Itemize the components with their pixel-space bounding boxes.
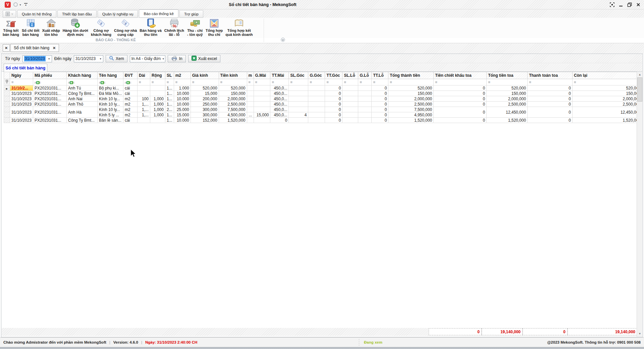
col-header-sl[interactable]: SL <box>165 72 174 79</box>
filter-cell-thanh_toan_toa[interactable] <box>528 79 573 85</box>
grid-cell-g_mai[interactable] <box>254 91 270 96</box>
filter-cell-sl[interactable] <box>165 79 174 85</box>
grid-cell-m2[interactable]: 15.000 <box>174 112 191 118</box>
grid-cell-thanh_toan_toa[interactable]: 0 <box>528 85 573 91</box>
col-header-tien_chiet_khau_toa[interactable]: Tiền chiết khấu toa <box>434 72 487 79</box>
col-header-tt_goc[interactable]: TT.Góc <box>325 72 342 79</box>
grid-cell-thanh_toan_toa[interactable]: 0 <box>528 96 573 102</box>
to-date-input[interactable]: 31/10/2023 <box>74 55 103 62</box>
grid-cell-g_mai[interactable] <box>254 107 270 112</box>
row-indicator[interactable] <box>4 85 10 91</box>
grid-cell-tong_thanh_tien[interactable]: 4,950,000 <box>388 112 434 118</box>
grid-cell-tt_lo[interactable]: 0 <box>372 112 388 118</box>
grid-cell-rong[interactable] <box>150 85 165 91</box>
ribbon-button[interactable]: Thu - chi- tồn quỹ <box>185 18 204 37</box>
grid-cell-tt_lo[interactable]: 0 <box>372 107 388 112</box>
grid-cell-m[interactable]: ... <box>247 112 254 118</box>
chevron-down-icon[interactable] <box>98 58 103 60</box>
grid-cell-g_lo[interactable] <box>358 91 372 96</box>
grid-cell-tien_kinh[interactable]: 2,000,000 <box>219 96 247 102</box>
col-header-dvt[interactable]: ĐVT <box>123 72 138 79</box>
grid-cell-rong[interactable]: 1,000 <box>150 102 165 107</box>
grid-cell-m[interactable] <box>247 85 254 91</box>
grid-cell-tt_mai[interactable]: 450,0... <box>270 85 289 91</box>
ribbon-button[interactable]: %Chênh lệchlãi - lỗ <box>163 18 185 37</box>
grid-cell-con_lai[interactable]: 2,500,000 <box>573 102 642 107</box>
grid-cell-ma_phieu[interactable]: PX20231031... <box>33 91 67 96</box>
grid-cell-m2[interactable]: 10.000 <box>174 118 191 123</box>
grid-cell-gia_kinh[interactable]: 520,000 <box>191 85 219 91</box>
grid-cell-dvt[interactable]: cái <box>123 91 138 96</box>
grid-cell-sl[interactable]: 1... <box>165 85 174 91</box>
scroll-up-icon[interactable] <box>637 72 642 77</box>
grid-cell-dai[interactable] <box>138 91 150 96</box>
grid-cell-ma_phieu[interactable]: PX20231031... <box>33 85 67 91</box>
grid-cell-sl_lo[interactable] <box>342 85 358 91</box>
grid-cell-tien_kinh[interactable]: 1,520,000 <box>219 118 247 123</box>
grid-cell-tt_lo[interactable]: 0 <box>372 96 388 102</box>
grid-cell-g_goc[interactable] <box>308 102 325 107</box>
grid-cell-ngay[interactable]: 31/10/2023 <box>10 102 33 107</box>
col-header-m[interactable]: m <box>247 72 254 79</box>
grid-cell-ten_hang[interactable]: Bản lề sàn... <box>98 118 123 123</box>
fullscreen-icon[interactable] <box>609 2 614 7</box>
grid-cell-dvt[interactable]: m2 <box>123 102 138 107</box>
filter-cell-con_lai[interactable] <box>573 79 642 85</box>
col-header-ma_phieu[interactable]: Mã phiếu <box>33 72 67 79</box>
grid-cell-sl[interactable]: 1... <box>165 96 174 102</box>
filter-cell-rong[interactable] <box>150 79 165 85</box>
grid-cell-sl_lo[interactable] <box>342 118 358 123</box>
from-date-input[interactable]: 31/10/2023 <box>22 55 52 62</box>
grid-cell-tong_thanh_tien[interactable]: 150,000 <box>388 91 434 96</box>
close-all-tabs-icon[interactable]: ✕ <box>3 44 10 52</box>
ribbon-tab[interactable]: Thiết lập ban đầu <box>57 10 97 18</box>
grid-cell-tt_lo[interactable]: 0 <box>372 118 388 123</box>
col-header-tong_thanh_tien[interactable]: Tổng thành tiền <box>388 72 434 79</box>
grid-cell-khach_hang[interactable]: Anh Nai <box>67 96 98 102</box>
grid-cell-thanh_toan_toa[interactable]: 0 <box>528 91 573 96</box>
filter-cell-ma_phieu[interactable]: aBc <box>33 79 67 85</box>
grid-cell-dvt[interactable]: cái <box>123 85 138 91</box>
grid-cell-ma_phieu[interactable]: PX20231031... <box>33 118 67 123</box>
ribbon-collapse-icon[interactable] <box>281 37 285 42</box>
grid-cell-tt_mai[interactable]: 450,0... <box>270 112 289 118</box>
grid-cell-g_mai[interactable] <box>254 102 270 107</box>
filter-cell-tt_mai[interactable] <box>270 79 289 85</box>
grid-cell-sl_lo[interactable] <box>342 96 358 102</box>
grid-cell-m2[interactable]: 10.000 <box>174 91 191 96</box>
grid-cell-ngay[interactable]: 31/10/2023 <box>10 91 33 96</box>
grid-cell-tien_chiet_khau_toa[interactable]: 0 <box>434 85 487 91</box>
grid-cell-ma_phieu[interactable]: PX20231031... <box>33 102 67 107</box>
grid-cell-tt_lo[interactable]: 0 <box>372 102 388 107</box>
scrollbar-thumb[interactable] <box>637 77 642 102</box>
grid-cell-dai[interactable]: 1,... <box>138 102 150 107</box>
grid-cell-m[interactable] <box>247 102 254 107</box>
grid-cell-m[interactable] <box>247 96 254 102</box>
grid-cell-sl_goc[interactable] <box>289 91 308 96</box>
row-indicator[interactable] <box>4 102 10 107</box>
grid-cell-tien_chiet_khau_toa[interactable]: 0 <box>434 107 487 118</box>
filter-cell-sl_goc[interactable] <box>289 79 308 85</box>
grid-cell-g_goc[interactable] <box>308 91 325 96</box>
grid-cell-gia_kinh[interactable]: 300,000 <box>191 112 219 118</box>
ribbon-tab[interactable]: Quản lý nghiệp vụ <box>98 10 138 18</box>
grid-cell-tong_tien_toa[interactable]: 150,000 <box>487 91 528 96</box>
filter-cell-g_mai[interactable] <box>254 79 270 85</box>
grid-cell-tien_kinh[interactable]: 520,000 <box>219 85 247 91</box>
grid-cell-g_lo[interactable] <box>358 118 372 123</box>
grid-cell-dai[interactable]: 100 <box>138 96 150 102</box>
row-indicator[interactable] <box>4 96 10 102</box>
ribbon-button[interactable]: $Công nợ nhàcung cấp <box>113 18 138 37</box>
grid-cell-thanh_toan_toa[interactable]: 0 <box>528 107 573 118</box>
grid-cell-g_goc[interactable] <box>308 96 325 102</box>
grid-cell-sl_goc[interactable] <box>289 107 308 112</box>
grid-cell-g_goc[interactable] <box>308 118 325 123</box>
grid-cell-tong_thanh_tien[interactable]: 7,500,000 <box>388 107 434 112</box>
grid-cell-sl[interactable]: 1... <box>165 118 174 123</box>
grid-cell-ngay[interactable]: 31/10/2023 <box>10 107 33 118</box>
grid-cell-g_lo[interactable] <box>358 107 372 112</box>
col-header-tt_lo[interactable]: TT.Lỗ <box>372 72 388 79</box>
ribbon-button[interactable]: Xuất nhậptồn kho <box>41 18 61 37</box>
grid-cell-tt_goc[interactable]: 0 <box>325 118 342 123</box>
grid-cell-tt_goc[interactable]: 0 <box>325 107 342 112</box>
